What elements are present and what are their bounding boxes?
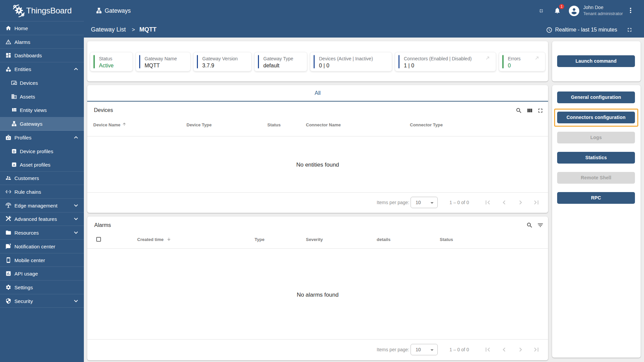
svg-text:A: A	[13, 163, 15, 166]
svg-text:D: D	[13, 149, 15, 153]
